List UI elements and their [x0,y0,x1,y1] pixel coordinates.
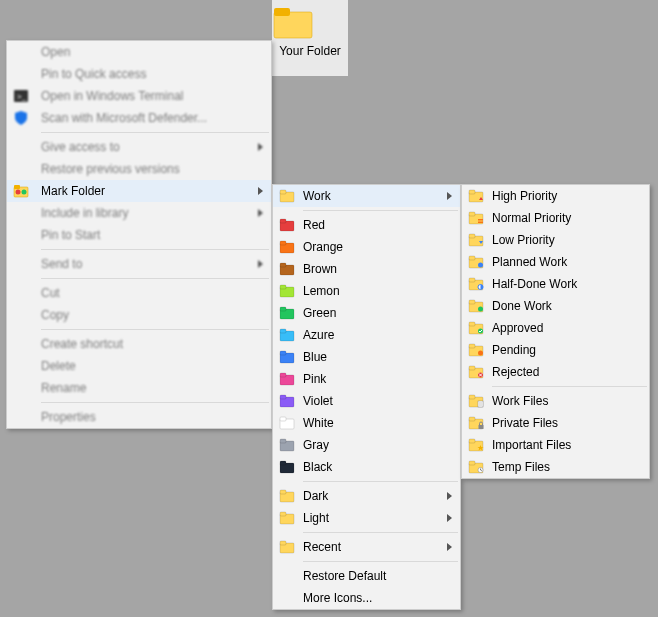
menu-rename[interactable]: Rename [7,377,271,399]
folder-icon [279,437,295,453]
color-green[interactable]: Green [273,302,460,324]
menu-give-access[interactable]: Give access to [7,136,271,158]
menu-open[interactable]: Open [7,41,271,63]
svg-rect-25 [280,373,286,377]
desktop-folder[interactable]: Your Folder [272,0,348,76]
status-rejected[interactable]: Rejected [462,361,649,383]
color-lemon[interactable]: Lemon [273,280,460,302]
files-private[interactable]: Private Files [462,412,649,434]
menu-cut[interactable]: Cut [7,282,271,304]
svg-rect-29 [280,417,286,421]
chevron-right-icon [258,143,263,151]
folder-icon [468,437,484,453]
color-dark[interactable]: Dark [273,485,460,507]
svg-rect-19 [280,307,286,311]
priority-normal[interactable]: Normal Priority [462,207,649,229]
priority-high[interactable]: High Priority [462,185,649,207]
files-work[interactable]: Work Files [462,390,649,412]
separator [303,532,458,533]
svg-rect-58 [469,322,475,326]
svg-point-50 [478,263,483,268]
color-black[interactable]: Black [273,456,460,478]
desktop-folder-label: Your Folder [272,44,348,58]
mark-folder-icon [13,183,29,199]
chevron-right-icon [447,514,452,522]
svg-rect-47 [469,234,475,238]
menu-restore-previous[interactable]: Restore previous versions [7,158,271,180]
color-work[interactable]: Work [273,185,460,207]
menu-pin-quick-access[interactable]: Pin to Quick access [7,63,271,85]
svg-rect-64 [469,366,475,370]
menu-create-shortcut[interactable]: Create shortcut [7,333,271,355]
folder-icon [468,210,484,226]
priority-low[interactable]: Low Priority [462,229,649,251]
work-done[interactable]: Done Work [462,295,649,317]
svg-point-6 [16,190,21,195]
terminal-icon: >_ [13,88,29,104]
svg-text:>_: >_ [17,92,27,101]
menu-copy[interactable]: Copy [7,304,271,326]
files-temp[interactable]: Temp Files [462,456,649,478]
menu-scan-defender[interactable]: Scan with Microsoft Defender... [7,107,271,129]
color-red[interactable]: Red [273,214,460,236]
svg-rect-73 [479,425,484,429]
work-half[interactable]: Half-Done Work [462,273,649,295]
svg-rect-13 [280,241,286,245]
menu-delete[interactable]: Delete [7,355,271,377]
color-gray[interactable]: Gray [273,434,460,456]
submenu-work: High Priority Normal Priority Low Priori… [461,184,650,479]
status-pending[interactable]: Pending [462,339,649,361]
menu-open-terminal[interactable]: >_ Open in Windows Terminal [7,85,271,107]
color-white[interactable]: White [273,412,460,434]
folder-icon [279,371,295,387]
more-icons[interactable]: More Icons... [273,587,460,609]
separator [492,386,647,387]
chevron-right-icon [258,260,263,268]
svg-point-56 [478,307,483,312]
color-violet[interactable]: Violet [273,390,460,412]
menu-pin-start[interactable]: Pin to Start [7,224,271,246]
chevron-right-icon [447,543,452,551]
folder-icon [468,393,484,409]
folder-icon [272,6,348,40]
separator [303,481,458,482]
svg-rect-5 [14,185,20,189]
folder-icon [279,415,295,431]
work-planned[interactable]: Planned Work [462,251,649,273]
folder-icon [468,320,484,336]
chevron-right-icon [258,209,263,217]
menu-include-library[interactable]: Include in library [7,202,271,224]
folder-icon [279,261,295,277]
shield-icon [13,110,29,126]
svg-rect-9 [280,190,286,194]
menu-properties[interactable]: Properties [7,406,271,428]
separator [303,561,458,562]
separator [41,402,269,403]
color-orange[interactable]: Orange [273,236,460,258]
separator [41,132,269,133]
restore-default[interactable]: Restore Default [273,565,460,587]
color-pink[interactable]: Pink [273,368,460,390]
files-important[interactable]: Important Files [462,434,649,456]
color-brown[interactable]: Brown [273,258,460,280]
svg-rect-31 [280,439,286,443]
status-approved[interactable]: Approved [462,317,649,339]
color-recent[interactable]: Recent [273,536,460,558]
folder-icon [468,232,484,248]
svg-point-7 [22,190,27,195]
menu-mark-folder[interactable]: Mark Folder [7,180,271,202]
menu-send-to[interactable]: Send to [7,253,271,275]
svg-rect-23 [280,351,286,355]
folder-icon [279,510,295,526]
color-light[interactable]: Light [273,507,460,529]
color-blue[interactable]: Blue [273,346,460,368]
folder-icon [468,364,484,380]
svg-rect-39 [280,541,286,545]
folder-icon [279,327,295,343]
color-azure[interactable]: Azure [273,324,460,346]
context-menu-main: Open Pin to Quick access >_ Open in Wind… [6,40,272,429]
svg-rect-17 [280,285,286,289]
submenu-colors: Work Red Orange Brown Lemon Green Azure … [272,184,461,610]
svg-rect-27 [280,395,286,399]
folder-icon [468,459,484,475]
